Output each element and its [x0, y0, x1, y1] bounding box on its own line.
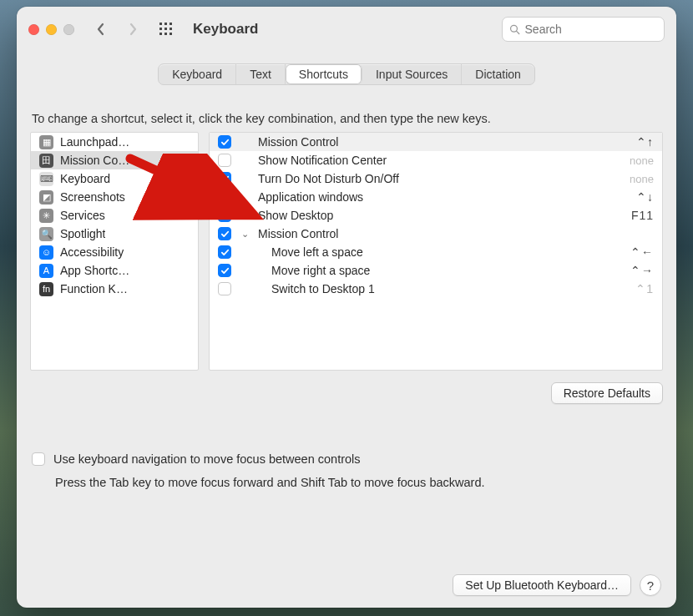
- shortcut-keys[interactable]: ⌃↓: [636, 190, 654, 204]
- prefs-window: Keyboard KeyboardTextShortcutsInput Sour…: [17, 7, 676, 608]
- shortcut-row[interactable]: Application windows⌃↓: [210, 188, 662, 206]
- keyboard-nav-label: Use keyboard navigation to move focus be…: [53, 452, 361, 466]
- shortcut-row[interactable]: Show Notification Centernone: [210, 151, 662, 169]
- keyboard-nav-checkbox[interactable]: [32, 452, 45, 466]
- sidebar-item-label: Function K…: [60, 282, 128, 295]
- minimize-dot[interactable]: [46, 24, 57, 35]
- setup-bluetooth-button[interactable]: Set Up Bluetooth Keyboard…: [453, 574, 631, 596]
- shortcut-label: Application windows: [258, 190, 628, 204]
- search-icon: [509, 23, 520, 35]
- mission-control-icon: 田: [39, 154, 53, 168]
- sidebar-item-function-keys[interactable]: fnFunction K…: [31, 280, 198, 298]
- tab-keyboard[interactable]: Keyboard: [159, 64, 236, 84]
- shortcut-row[interactable]: Move right a space⌃→: [210, 261, 662, 280]
- shortcut-checkbox[interactable]: [218, 154, 231, 167]
- shortcut-checkbox[interactable]: [218, 227, 231, 240]
- shortcut-checkbox[interactable]: [218, 135, 231, 149]
- sidebar-item-app-shortcuts[interactable]: AApp Shortc…: [31, 261, 198, 280]
- shortcut-row[interactable]: Switch to Desktop 1⌃1: [210, 280, 662, 298]
- disclosure-icon[interactable]: ⌄: [240, 229, 250, 240]
- sidebar-item-mission-control[interactable]: 田Mission Co…: [31, 151, 198, 169]
- screenshots-icon: ◩: [39, 190, 53, 204]
- tab-dictation[interactable]: Dictation: [462, 64, 534, 84]
- sidebar-item-label: Accessibility: [60, 245, 124, 259]
- shortcut-checkbox[interactable]: [218, 209, 231, 222]
- sidebar-item-label: App Shortc…: [60, 264, 129, 277]
- accessibility-icon: ☺: [39, 245, 53, 260]
- sidebar-item-screenshots[interactable]: ◩Screenshots: [31, 188, 198, 206]
- shortcut-keys[interactable]: ⌃→: [630, 264, 654, 277]
- forward-button[interactable]: [121, 18, 144, 41]
- window-title: Keyboard: [193, 21, 258, 38]
- shortcut-keys[interactable]: ⌃←: [630, 245, 654, 259]
- svg-rect-2: [169, 23, 172, 25]
- traffic-lights: [28, 24, 74, 35]
- sidebar-item-label: Mission Co…: [60, 154, 129, 167]
- sidebar-item-accessibility[interactable]: ☺Accessibility: [31, 243, 198, 261]
- keyboard-nav-hint: Press the Tab key to move focus forward …: [55, 476, 661, 489]
- sidebar-item-label: Keyboard: [60, 172, 110, 185]
- shortcut-label: Move right a space: [271, 264, 622, 277]
- shortcut-label: Mission Control: [258, 227, 645, 240]
- app-shortcuts-icon: A: [39, 264, 53, 278]
- services-icon: ✳: [39, 209, 53, 223]
- svg-rect-6: [159, 33, 162, 35]
- sidebar-item-launchpad[interactable]: ▦Launchpad…: [31, 133, 198, 151]
- show-all-icon[interactable]: [158, 21, 175, 38]
- shortcut-row[interactable]: Show DesktopF11: [210, 206, 662, 225]
- keyboard-nav-checkbox-row[interactable]: Use keyboard navigation to move focus be…: [32, 452, 661, 466]
- shortcut-row[interactable]: Move left a space⌃←: [210, 243, 662, 261]
- search-field[interactable]: [502, 17, 665, 42]
- shortcut-list[interactable]: Mission Control⌃↑Show Notification Cente…: [209, 132, 663, 371]
- content-area: KeyboardTextShortcutsInput SourcesDictat…: [17, 52, 676, 608]
- svg-rect-5: [169, 28, 172, 30]
- close-dot[interactable]: [28, 24, 39, 35]
- sidebar-item-label: Spotlight: [60, 227, 105, 240]
- keyboard-icon: ⌨: [39, 172, 53, 186]
- sidebar-item-keyboard[interactable]: ⌨Keyboard: [31, 169, 198, 188]
- shortcut-label: Show Notification Center: [258, 154, 621, 167]
- shortcut-checkbox[interactable]: [218, 282, 231, 295]
- sidebar-item-label: Launchpad…: [60, 135, 129, 149]
- shortcut-checkbox[interactable]: [218, 172, 231, 185]
- zoom-dot[interactable]: [63, 24, 74, 35]
- shortcut-keys[interactable]: ⌃1: [635, 282, 654, 295]
- tab-shortcuts[interactable]: Shortcuts: [286, 64, 362, 84]
- sidebar-item-label: Services: [60, 209, 105, 222]
- instructions-text: To change a shortcut, select it, click t…: [30, 112, 663, 125]
- shortcut-row[interactable]: ⌄Mission Control: [210, 225, 662, 243]
- shortcut-keys[interactable]: none: [630, 154, 654, 167]
- back-button[interactable]: [89, 18, 113, 41]
- svg-rect-0: [159, 23, 162, 25]
- help-button[interactable]: ?: [640, 574, 661, 596]
- bottom-buttons: Set Up Bluetooth Keyboard… ?: [453, 574, 661, 596]
- svg-rect-3: [159, 28, 162, 30]
- spotlight-icon: 🔍: [39, 227, 53, 241]
- sidebar-item-spotlight[interactable]: 🔍Spotlight: [31, 225, 198, 243]
- shortcut-keys[interactable]: none: [630, 173, 654, 185]
- shortcut-checkbox[interactable]: [218, 245, 231, 259]
- titlebar: Keyboard: [17, 7, 676, 52]
- function-keys-icon: fn: [39, 282, 53, 296]
- svg-rect-8: [169, 33, 172, 35]
- svg-rect-7: [164, 33, 167, 35]
- panes: ▦Launchpad…田Mission Co…⌨Keyboard◩Screens…: [30, 132, 663, 371]
- tab-input-sources[interactable]: Input Sources: [362, 64, 462, 84]
- shortcut-row[interactable]: Mission Control⌃↑: [210, 133, 662, 151]
- shortcut-checkbox[interactable]: [218, 190, 231, 204]
- sidebar-item-label: Screenshots: [60, 190, 125, 204]
- shortcut-row[interactable]: Turn Do Not Disturb On/Offnone: [210, 169, 662, 188]
- tab-text[interactable]: Text: [236, 64, 286, 84]
- shortcut-label: Show Desktop: [258, 209, 623, 222]
- shortcut-keys[interactable]: ⌃↑: [636, 135, 654, 149]
- category-sidebar[interactable]: ▦Launchpad…田Mission Co…⌨Keyboard◩Screens…: [30, 132, 199, 371]
- shortcut-checkbox[interactable]: [218, 264, 231, 277]
- restore-defaults-button[interactable]: Restore Defaults: [551, 382, 663, 404]
- shortcut-label: Turn Do Not Disturb On/Off: [258, 172, 621, 185]
- tab-bar: KeyboardTextShortcutsInput SourcesDictat…: [158, 63, 535, 85]
- search-input[interactable]: [525, 23, 657, 36]
- shortcut-label: Switch to Desktop 1: [271, 282, 627, 295]
- shortcut-keys[interactable]: F11: [631, 209, 654, 222]
- sidebar-item-services[interactable]: ✳Services: [31, 206, 198, 225]
- launchpad-icon: ▦: [39, 135, 53, 149]
